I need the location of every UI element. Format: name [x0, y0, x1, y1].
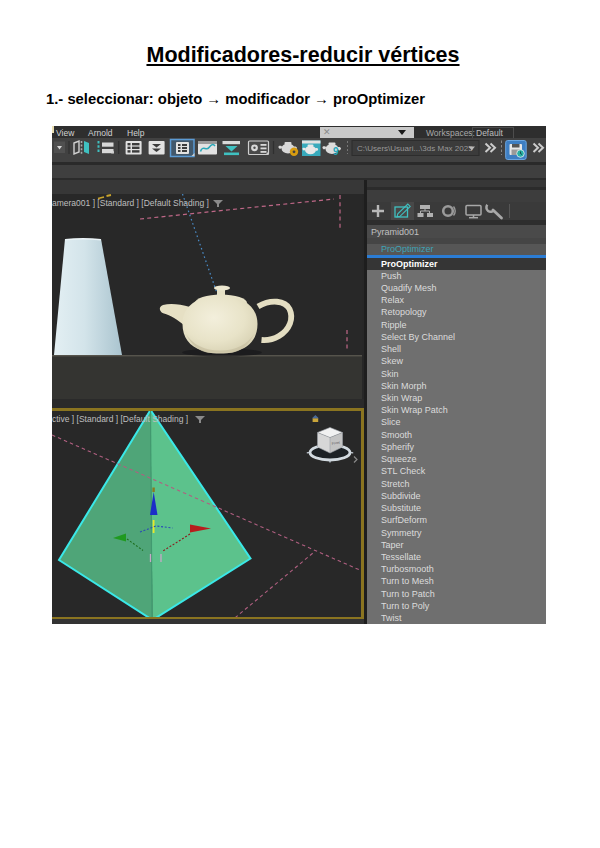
svg-text:C:\Users\Usuari...\3ds Max 202: C:\Users\Usuari...\3ds Max 2025 — [357, 144, 473, 153]
svg-text:9: 9 — [333, 146, 339, 157]
